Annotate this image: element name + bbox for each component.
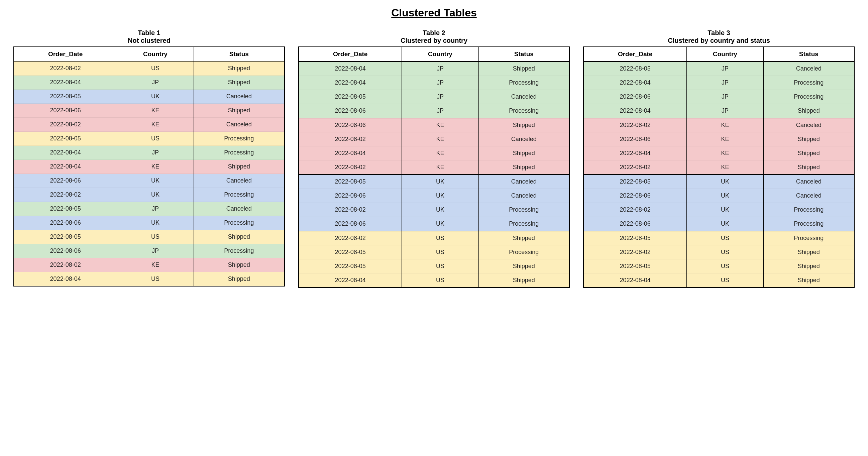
table-row: 2022-08-06UKCanceled	[14, 174, 284, 188]
cell-status: Processing	[763, 203, 854, 217]
cell-order-date: 2022-08-05	[299, 260, 402, 273]
cell-status: Shipped	[763, 146, 854, 160]
cell-country: KE	[117, 104, 194, 118]
table-row: 2022-08-04JPShipped	[299, 62, 569, 76]
cell-status: Shipped	[194, 230, 284, 244]
table-1-body: 2022-08-02USShipped2022-08-04JPShipped20…	[14, 62, 284, 286]
cell-country: US	[402, 245, 478, 260]
cell-order-date: 2022-08-02	[584, 245, 687, 260]
table-block-3: Table 3 Clustered by country and status …	[583, 29, 855, 288]
tables-container: Table 1 Not clustered Order_Date Country…	[13, 29, 855, 288]
table-row: 2022-08-02KECanceled	[14, 118, 284, 132]
cell-status: Shipped	[478, 160, 569, 175]
cell-status: Processing	[194, 188, 284, 202]
cell-order-date: 2022-08-02	[584, 160, 687, 175]
table-row: 2022-08-06UKCanceled	[584, 189, 854, 203]
table-row: 2022-08-04KEShipped	[14, 160, 284, 174]
cell-country: JP	[117, 244, 194, 258]
table-row: 2022-08-05JPCanceled	[584, 62, 854, 76]
table-row: 2022-08-02USShipped	[299, 231, 569, 245]
col-status: Status	[194, 47, 284, 62]
cell-country: JP	[402, 76, 478, 90]
col-country: Country	[117, 47, 194, 62]
table-row: 2022-08-04USShipped	[14, 272, 284, 286]
table-row: 2022-08-06JPProcessing	[584, 90, 854, 104]
table-header-row: Order_Date Country Status	[299, 47, 569, 62]
table-3: Order_Date Country Status 2022-08-05JPCa…	[583, 47, 855, 288]
cell-status: Canceled	[194, 202, 284, 216]
cell-order-date: 2022-08-05	[584, 62, 687, 76]
cell-status: Shipped	[478, 260, 569, 273]
cell-country: UK	[687, 175, 763, 189]
cell-status: Canceled	[194, 90, 284, 104]
cell-country: JP	[117, 202, 194, 216]
cell-country: UK	[687, 189, 763, 203]
cell-order-date: 2022-08-06	[14, 216, 117, 230]
cell-country: US	[687, 273, 763, 288]
cell-status: Shipped	[194, 104, 284, 118]
cell-country: UK	[402, 189, 478, 203]
cell-order-date: 2022-08-02	[299, 203, 402, 217]
cell-country: US	[402, 273, 478, 288]
cell-order-date: 2022-08-06	[299, 104, 402, 118]
cell-country: US	[402, 260, 478, 273]
table-row: 2022-08-05JPCanceled	[299, 90, 569, 104]
cell-order-date: 2022-08-06	[14, 174, 117, 188]
table-row: 2022-08-05USProcessing	[584, 231, 854, 245]
cell-order-date: 2022-08-02	[14, 62, 117, 75]
table-row: 2022-08-06UKProcessing	[299, 217, 569, 231]
cell-order-date: 2022-08-05	[584, 231, 687, 245]
table-3-subtitle: Clustered by country and status	[583, 37, 855, 44]
cell-status: Processing	[763, 76, 854, 90]
cell-country: KE	[117, 160, 194, 174]
cell-order-date: 2022-08-05	[299, 175, 402, 189]
cell-order-date: 2022-08-04	[584, 273, 687, 288]
cell-status: Processing	[478, 245, 569, 260]
table-2-name: Table 2	[298, 29, 570, 37]
table-row: 2022-08-05JPCanceled	[14, 202, 284, 216]
cell-order-date: 2022-08-04	[299, 76, 402, 90]
cell-order-date: 2022-08-06	[584, 90, 687, 104]
table-row: 2022-08-04JPProcessing	[14, 146, 284, 160]
cell-country: KE	[402, 132, 478, 146]
col-country: Country	[402, 47, 478, 62]
cell-country: JP	[117, 75, 194, 90]
cell-status: Shipped	[763, 104, 854, 118]
table-row: 2022-08-05USShipped	[299, 260, 569, 273]
table-row: 2022-08-06UKCanceled	[299, 189, 569, 203]
cell-country: US	[687, 245, 763, 260]
cell-country: UK	[402, 203, 478, 217]
cell-order-date: 2022-08-04	[584, 146, 687, 160]
table-row: 2022-08-02KEShipped	[584, 160, 854, 175]
table-row: 2022-08-06KEShipped	[299, 118, 569, 132]
table-row: 2022-08-06UKProcessing	[14, 216, 284, 230]
cell-country: KE	[402, 160, 478, 175]
table-row: 2022-08-02UKProcessing	[584, 203, 854, 217]
cell-order-date: 2022-08-02	[584, 118, 687, 132]
cell-order-date: 2022-08-05	[14, 202, 117, 216]
table-row: 2022-08-06JPProcessing	[14, 244, 284, 258]
table-block-2: Table 2 Clustered by country Order_Date …	[298, 29, 570, 288]
cell-order-date: 2022-08-04	[584, 76, 687, 90]
cell-country: US	[117, 272, 194, 286]
table-row: 2022-08-04KEShipped	[299, 146, 569, 160]
cell-status: Canceled	[478, 132, 569, 146]
cell-status: Shipped	[478, 118, 569, 132]
table-row: 2022-08-05USShipped	[14, 230, 284, 244]
cell-status: Processing	[478, 217, 569, 231]
cell-status: Processing	[763, 90, 854, 104]
cell-country: UK	[117, 174, 194, 188]
cell-status: Processing	[194, 216, 284, 230]
cell-country: KE	[687, 146, 763, 160]
table-2: Order_Date Country Status 2022-08-04JPSh…	[298, 47, 570, 288]
table-row: 2022-08-04JPShipped	[14, 75, 284, 90]
cell-country: KE	[402, 146, 478, 160]
cell-status: Canceled	[763, 62, 854, 76]
cell-country: JP	[402, 62, 478, 76]
cell-status: Processing	[478, 76, 569, 90]
cell-order-date: 2022-08-04	[584, 104, 687, 118]
cell-order-date: 2022-08-05	[584, 175, 687, 189]
cell-country: KE	[402, 118, 478, 132]
cell-status: Processing	[194, 244, 284, 258]
cell-order-date: 2022-08-05	[299, 90, 402, 104]
